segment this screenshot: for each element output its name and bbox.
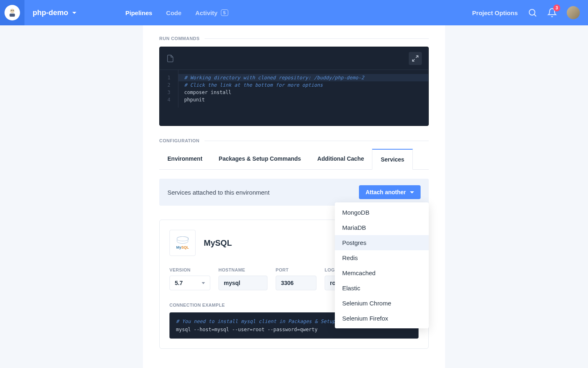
dropdown-item-memcached[interactable]: Memcached [335, 265, 429, 280]
version-select[interactable]: 5.7 [169, 276, 210, 290]
notif-count-badge: 3 [553, 4, 560, 11]
main-nav: Pipelines Code Activity 5 [125, 9, 228, 16]
dropdown-item-selenium-firefox[interactable]: Selenium Firefox [335, 311, 429, 326]
topbar-right: Project Options 3 [472, 6, 580, 19]
page-content: RUN COMMANDS 1 2 3 4 # Working directory… [143, 25, 445, 368]
mysql-logo-icon: MySQL [169, 230, 196, 256]
svg-rect-1 [10, 13, 15, 17]
version-value: 5.7 [175, 280, 183, 286]
dropdown-item-elastic[interactable]: Elastic [335, 280, 429, 296]
attach-bar: Services attached to this environment At… [159, 179, 429, 206]
svg-point-4 [529, 9, 535, 15]
dropdown-item-postgres[interactable]: Postgres [335, 235, 429, 250]
port-input[interactable] [276, 276, 316, 290]
caret-down-icon [72, 12, 76, 14]
dropdown-item-mariadb[interactable]: MariaDB [335, 220, 429, 235]
chevron-down-icon [202, 282, 205, 284]
logo[interactable] [0, 0, 24, 25]
editor-body[interactable]: 1 2 3 4 # Working directory with cloned … [160, 70, 428, 126]
svg-line-5 [535, 15, 537, 17]
file-icon [166, 54, 174, 63]
attach-another-button[interactable]: Attach another [359, 185, 421, 199]
tab-cache[interactable]: Additional Cache [309, 149, 372, 169]
attach-button-label: Attach another [365, 189, 406, 195]
hostname-input[interactable] [218, 276, 267, 290]
attach-dropdown: MongoDB MariaDB Postgres Redis Memcached… [335, 202, 429, 328]
dropdown-item-selenium-chrome[interactable]: Selenium Chrome [335, 296, 429, 311]
editor-gutter: 1 2 3 4 [160, 70, 178, 108]
editor-toolbar [160, 47, 428, 70]
nav-activity[interactable]: Activity 5 [195, 9, 228, 16]
dropdown-item-mongodb[interactable]: MongoDB [335, 205, 429, 220]
version-label: VERSION [169, 267, 210, 272]
logo-icon [4, 5, 20, 20]
tab-packages[interactable]: Packages & Setup Commands [211, 149, 310, 169]
search-icon[interactable] [528, 8, 537, 18]
config-tabs: Environment Packages & Setup Commands Ad… [159, 149, 429, 170]
tab-services[interactable]: Services [372, 149, 413, 170]
port-label: PORT [276, 267, 316, 272]
attach-text: Services attached to this environment [167, 189, 270, 196]
svg-point-0 [10, 9, 15, 13]
svg-line-6 [416, 56, 418, 58]
expand-editor-button[interactable] [409, 52, 422, 65]
avatar[interactable] [567, 6, 580, 19]
service-title: MySQL [204, 238, 232, 248]
run-commands-label: RUN COMMANDS [159, 36, 429, 41]
tab-environment[interactable]: Environment [159, 149, 211, 169]
svg-line-7 [412, 59, 414, 61]
nav-activity-label: Activity [195, 9, 217, 16]
nav-code[interactable]: Code [166, 9, 182, 16]
configuration-label: CONFIGURATION [159, 138, 429, 143]
notifications-icon[interactable]: 3 [547, 8, 557, 18]
nav-pipelines[interactable]: Pipelines [125, 9, 152, 16]
code-editor[interactable]: 1 2 3 4 # Working directory with cloned … [159, 47, 429, 126]
activity-count-badge: 5 [221, 9, 228, 16]
dropdown-item-redis[interactable]: Redis [335, 250, 429, 265]
caret-down-icon [410, 191, 414, 193]
hostname-label: HOSTNAME [218, 267, 267, 272]
svg-point-2 [11, 10, 12, 11]
svg-point-3 [13, 10, 13, 11]
project-options-link[interactable]: Project Options [472, 9, 518, 16]
editor-code[interactable]: # Working directory with cloned reposito… [178, 70, 428, 108]
topbar: php-demo Pipelines Code Activity 5 Proje… [0, 0, 588, 25]
project-name-label: php-demo [33, 9, 68, 17]
project-selector[interactable]: php-demo [33, 9, 76, 17]
